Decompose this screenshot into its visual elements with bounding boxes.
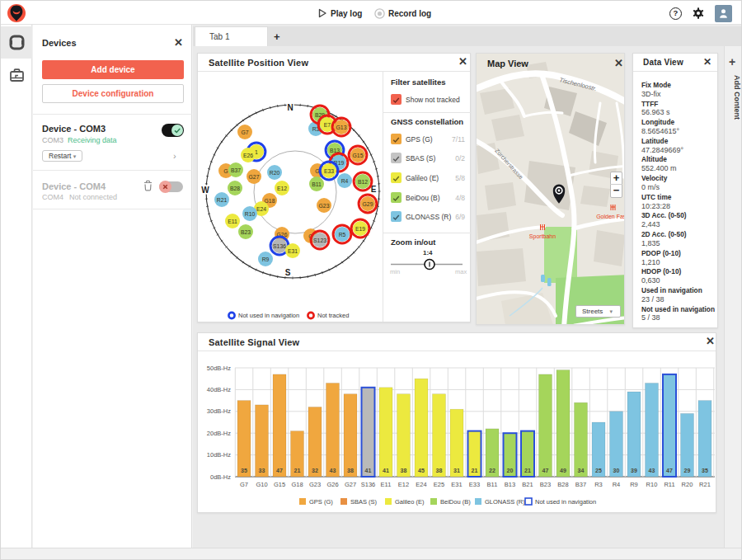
- svg-text:R11: R11: [664, 481, 674, 488]
- svg-text:20: 20: [507, 468, 514, 473]
- svg-text:33: 33: [259, 468, 265, 473]
- svg-text:R4: R4: [341, 178, 349, 184]
- svg-text:E11: E11: [228, 219, 237, 224]
- svg-text:G15: G15: [353, 153, 364, 158]
- svg-text:29: 29: [684, 468, 691, 473]
- svg-text:G13: G13: [336, 125, 347, 130]
- svg-text:B13: B13: [505, 481, 515, 488]
- svg-text:S123: S123: [313, 238, 326, 243]
- svg-text:32: 32: [312, 468, 318, 473]
- svg-text:E7: E7: [324, 122, 331, 128]
- svg-text:G26: G26: [326, 481, 338, 488]
- svg-text:E24: E24: [256, 206, 266, 212]
- svg-text:R10: R10: [646, 481, 658, 488]
- svg-text:Not used in navigation: Not used in navigation: [238, 312, 299, 319]
- svg-text:Galileo (E): Galileo (E): [395, 498, 425, 506]
- svg-text:G15: G15: [274, 481, 285, 488]
- svg-text:E31: E31: [451, 481, 462, 488]
- svg-text:W: W: [201, 186, 209, 195]
- svg-text:R9: R9: [262, 256, 270, 262]
- svg-text:B23: B23: [241, 229, 251, 235]
- svg-text:B37: B37: [575, 481, 586, 488]
- svg-text:E19: E19: [355, 226, 365, 232]
- svg-text:R21: R21: [217, 197, 228, 203]
- svg-text:G10: G10: [256, 481, 267, 488]
- svg-text:E26: E26: [243, 153, 253, 158]
- svg-text:GLONASS (R): GLONASS (R): [485, 498, 525, 506]
- svg-text:N: N: [287, 103, 293, 112]
- svg-text:43: 43: [330, 468, 336, 473]
- svg-text:E33: E33: [324, 168, 334, 174]
- svg-text:25: 25: [595, 468, 602, 473]
- svg-text:38: 38: [347, 468, 354, 473]
- svg-text:10dB-Hz: 10dB-Hz: [207, 451, 231, 459]
- svg-text:G: G: [223, 168, 228, 174]
- svg-text:E25: E25: [434, 481, 444, 488]
- svg-text:Sportbahn: Sportbahn: [529, 233, 556, 240]
- svg-text:B21: B21: [522, 481, 533, 488]
- svg-text:38: 38: [401, 468, 407, 473]
- svg-text:47: 47: [276, 468, 283, 473]
- svg-text:B11: B11: [312, 181, 322, 187]
- svg-text:G29: G29: [363, 201, 373, 207]
- svg-text:Not used in navigation: Not used in navigation: [535, 498, 596, 506]
- svg-text:E11: E11: [381, 481, 392, 488]
- svg-text:E12: E12: [277, 186, 287, 191]
- svg-text:43: 43: [649, 468, 655, 473]
- svg-text:E12: E12: [398, 481, 409, 488]
- svg-text:0dB-Hz: 0dB-Hz: [210, 473, 231, 481]
- svg-text:S: S: [285, 268, 291, 277]
- svg-text:20dB-Hz: 20dB-Hz: [207, 430, 231, 437]
- svg-text:Golden Fass: Golden Fass: [596, 214, 625, 219]
- svg-text:G27: G27: [345, 481, 356, 488]
- svg-text:G7: G7: [241, 129, 248, 135]
- svg-text:B23: B23: [540, 481, 551, 488]
- svg-text:R9: R9: [630, 481, 638, 488]
- svg-text:47: 47: [542, 468, 549, 473]
- svg-text:R5: R5: [339, 232, 346, 238]
- svg-text:R20: R20: [270, 170, 280, 176]
- svg-text:41: 41: [383, 468, 389, 473]
- svg-text:30: 30: [613, 468, 620, 473]
- svg-text:G18: G18: [265, 198, 275, 204]
- svg-text:47: 47: [666, 468, 673, 473]
- svg-text:E31: E31: [288, 248, 298, 254]
- svg-text:35: 35: [241, 468, 247, 473]
- svg-text:21: 21: [472, 468, 478, 473]
- svg-text:G27: G27: [249, 174, 260, 180]
- svg-text:Not tracked: Not tracked: [317, 312, 349, 319]
- svg-text:21: 21: [294, 468, 301, 473]
- svg-text:G23: G23: [309, 481, 321, 488]
- svg-text:G18: G18: [291, 481, 303, 488]
- svg-text:B12: B12: [358, 179, 368, 185]
- svg-text:S136: S136: [273, 243, 286, 249]
- svg-text:E33: E33: [469, 481, 480, 488]
- svg-text:30dB-Hz: 30dB-Hz: [207, 407, 231, 415]
- svg-text:31: 31: [453, 468, 460, 473]
- svg-text:R21: R21: [699, 481, 711, 488]
- svg-text:SBAS (S): SBAS (S): [350, 498, 378, 506]
- svg-text:41: 41: [365, 468, 372, 473]
- svg-text:G7: G7: [240, 481, 248, 488]
- svg-text:38: 38: [436, 468, 443, 473]
- svg-text:R4: R4: [613, 481, 621, 488]
- svg-text:22: 22: [489, 468, 495, 473]
- svg-text:B28: B28: [230, 186, 240, 191]
- svg-text:34: 34: [578, 468, 585, 473]
- svg-text:B11: B11: [487, 481, 498, 488]
- svg-text:R20: R20: [682, 481, 693, 488]
- svg-text:E24: E24: [416, 481, 426, 488]
- svg-text:50dB-Hz: 50dB-Hz: [207, 365, 231, 372]
- svg-text:R10: R10: [245, 211, 256, 217]
- svg-text:21: 21: [524, 468, 531, 473]
- svg-text:GPS (G): GPS (G): [309, 498, 333, 506]
- svg-text:R3: R3: [594, 481, 603, 488]
- svg-text:S136: S136: [361, 481, 376, 488]
- svg-text:35: 35: [702, 468, 708, 473]
- svg-text:B28: B28: [557, 481, 568, 488]
- svg-text:BeiDou (B): BeiDou (B): [440, 498, 471, 506]
- svg-text:B37: B37: [231, 167, 241, 173]
- svg-text:39: 39: [631, 468, 637, 473]
- svg-text:40dB-Hz: 40dB-Hz: [207, 386, 231, 393]
- svg-text:45: 45: [418, 468, 425, 473]
